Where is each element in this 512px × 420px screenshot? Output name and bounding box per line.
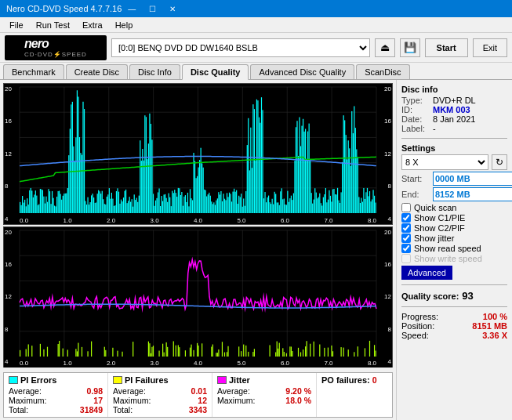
close-button[interactable]: ✕ bbox=[162, 0, 183, 17]
main-content: 20 16 12 8 4 20 16 12 8 4 0.0 1.0 bbox=[0, 80, 512, 420]
pi-failures-title: PI Failures bbox=[113, 375, 207, 385]
show-c2-row: Show C2/PIF bbox=[401, 223, 507, 233]
quality-score-row: Quality score: 93 bbox=[401, 290, 507, 302]
y-label-4-left: 4 bbox=[5, 215, 17, 223]
bottom-chart-y-labels-right: 20 16 12 8 4 bbox=[378, 227, 392, 368]
top-chart-y-labels-left: 20 16 12 8 4 bbox=[4, 84, 18, 224]
stats-wrapper: PI Errors Average: 0.98 Maximum: 17 Tota… bbox=[3, 372, 393, 418]
show-read-speed-row: Show read speed bbox=[401, 244, 507, 253]
tabbar: Benchmark Create Disc Disc Info Disc Qua… bbox=[0, 63, 512, 80]
tab-disc-info[interactable]: Disc Info bbox=[129, 64, 180, 79]
menu-run-test[interactable]: Run Test bbox=[30, 19, 76, 31]
quick-scan-label[interactable]: Quick scan bbox=[414, 203, 456, 212]
bottom-chart-canvas bbox=[4, 227, 392, 368]
show-jitter-row: Show jitter bbox=[401, 234, 507, 243]
pi-errors-block: PI Errors Average: 0.98 Maximum: 17 Tota… bbox=[4, 373, 108, 417]
speed-row: 8 X 4 X 2 X MAX ↻ bbox=[401, 154, 507, 170]
quick-scan-row: Quick scan bbox=[401, 203, 507, 212]
tab-scan-disc[interactable]: ScanDisc bbox=[356, 64, 409, 79]
devicebar: nero CD·DVD⚡SPEED [0:0] BENQ DVD DD DW16… bbox=[0, 33, 512, 63]
menu-help[interactable]: Help bbox=[109, 19, 140, 31]
logo-sub: CD·DVD⚡SPEED bbox=[24, 51, 87, 58]
bottom-chart-y-labels-left: 20 16 12 8 4 bbox=[4, 227, 18, 368]
pi-errors-max-row: Maximum: 17 bbox=[9, 396, 103, 405]
show-read-speed-label[interactable]: Show read speed bbox=[414, 244, 481, 253]
disc-date-row: Date: 8 Jan 2021 bbox=[401, 114, 507, 124]
tab-disc-quality[interactable]: Disc Quality bbox=[182, 64, 249, 80]
end-mb-row: End: bbox=[401, 187, 507, 201]
menu-extra[interactable]: Extra bbox=[76, 19, 109, 31]
bottom-chart-x-labels: 0.0 1.0 2.0 3.0 4.0 5.0 6.0 7.0 8.0 bbox=[18, 360, 378, 367]
speed-row: Speed: 3.36 X bbox=[401, 331, 507, 340]
pi-errors-total-row: Total: 31849 bbox=[9, 405, 103, 415]
maximize-button[interactable]: ☐ bbox=[142, 0, 162, 17]
pi-failures-color bbox=[113, 376, 122, 384]
quality-score-value: 93 bbox=[462, 290, 473, 302]
top-chart-x-labels: 0.0 1.0 2.0 3.0 4.0 5.0 6.0 7.0 8.0 bbox=[18, 217, 378, 224]
disc-info-title: Disc info bbox=[401, 85, 507, 94]
advanced-button[interactable]: Advanced bbox=[401, 266, 452, 280]
divider-1 bbox=[401, 138, 507, 139]
jitter-block: Jitter Average: 9.20 % Maximum: 18.0 % bbox=[212, 373, 317, 417]
y-label-4-right: 4 bbox=[379, 215, 391, 223]
end-mb-input[interactable] bbox=[433, 187, 512, 201]
quality-score-label: Quality score: bbox=[401, 291, 459, 301]
exit-button[interactable]: Exit bbox=[473, 38, 507, 57]
show-write-speed-label: Show write speed bbox=[414, 254, 482, 263]
jitter-color bbox=[217, 376, 227, 384]
start-button[interactable]: Start bbox=[425, 38, 468, 57]
top-chart-canvas bbox=[4, 84, 392, 224]
minimize-button[interactable]: — bbox=[122, 0, 142, 17]
y-label-12-left: 12 bbox=[5, 150, 17, 158]
bottom-stats: PI Errors Average: 0.98 Maximum: 17 Tota… bbox=[0, 371, 396, 420]
device-select[interactable]: [0:0] BENQ DVD DD DW1640 BSLB bbox=[111, 38, 370, 57]
show-write-speed-row: Show write speed bbox=[401, 254, 507, 263]
save-button[interactable]: 💾 bbox=[400, 38, 420, 57]
show-c1-pie-label[interactable]: Show C1/PIE bbox=[414, 213, 465, 223]
y-label-8-right: 8 bbox=[379, 183, 391, 190]
menubar: File Run Test Extra Help bbox=[0, 17, 512, 33]
start-mb-input[interactable] bbox=[433, 172, 512, 186]
show-c1-pie-checkbox[interactable] bbox=[401, 213, 411, 223]
po-failures-title: PO failures: 0 bbox=[321, 375, 387, 385]
y-label-20-left: 20 bbox=[5, 85, 17, 92]
tab-advanced-disc-quality[interactable]: Advanced Disc Quality bbox=[250, 64, 354, 79]
tab-create-disc[interactable]: Create Disc bbox=[66, 64, 128, 79]
progress-section: Progress: 100 % Position: 8151 MB Speed:… bbox=[401, 312, 507, 340]
show-c2-pif-label[interactable]: Show C2/PIF bbox=[414, 223, 465, 233]
divider-2 bbox=[401, 284, 507, 285]
top-chart: 20 16 12 8 4 20 16 12 8 4 0.0 1.0 bbox=[3, 83, 393, 225]
settings-title: Settings bbox=[401, 143, 507, 153]
po-failures-block: PO failures: 0 bbox=[317, 373, 392, 417]
y-label-16-left: 16 bbox=[5, 118, 17, 125]
title-text: Nero CD-DVD Speed 4.7.7.16 bbox=[6, 4, 122, 13]
eject-button[interactable]: ⏏ bbox=[375, 38, 395, 57]
titlebar: Nero CD-DVD Speed 4.7.7.16 — ☐ ✕ bbox=[0, 0, 512, 17]
refresh-button[interactable]: ↻ bbox=[492, 154, 507, 170]
show-c2-pif-checkbox[interactable] bbox=[401, 223, 411, 233]
quick-scan-checkbox[interactable] bbox=[401, 203, 411, 212]
jitter-max-row: Maximum: 18.0 % bbox=[217, 396, 311, 405]
disc-info-section: Disc info Type: DVD+R DL ID: MKM 003 Dat… bbox=[401, 85, 507, 133]
disc-label-row: Label: - bbox=[401, 124, 507, 133]
pi-failures-total-row: Total: 3343 bbox=[113, 405, 207, 415]
pi-errors-avg-row: Average: 0.98 bbox=[9, 386, 103, 396]
right-panel: Disc info Type: DVD+R DL ID: MKM 003 Dat… bbox=[396, 80, 512, 420]
show-jitter-checkbox[interactable] bbox=[401, 234, 411, 243]
show-write-speed-checkbox[interactable] bbox=[401, 254, 411, 263]
show-read-speed-checkbox[interactable] bbox=[401, 244, 411, 253]
progress-row: Progress: 100 % bbox=[401, 312, 507, 321]
divider-3 bbox=[401, 306, 507, 307]
pi-failures-avg-row: Average: 0.01 bbox=[113, 386, 207, 396]
pi-failures-block: PI Failures Average: 0.01 Maximum: 12 To… bbox=[108, 373, 212, 417]
show-jitter-label[interactable]: Show jitter bbox=[414, 234, 454, 243]
tab-benchmark[interactable]: Benchmark bbox=[3, 64, 64, 79]
y-label-20-right: 20 bbox=[379, 85, 391, 92]
pi-failures-max-row: Maximum: 12 bbox=[113, 396, 207, 405]
speed-select[interactable]: 8 X 4 X 2 X MAX bbox=[401, 154, 488, 170]
pi-errors-title: PI Errors bbox=[9, 375, 103, 385]
y-label-12-right: 12 bbox=[379, 150, 391, 158]
jitter-avg-row: Average: 9.20 % bbox=[217, 386, 311, 396]
menu-file[interactable]: File bbox=[3, 19, 30, 31]
bottom-chart: 20 16 12 8 4 20 16 12 8 4 0.0 1.0 2.0 bbox=[3, 226, 393, 368]
